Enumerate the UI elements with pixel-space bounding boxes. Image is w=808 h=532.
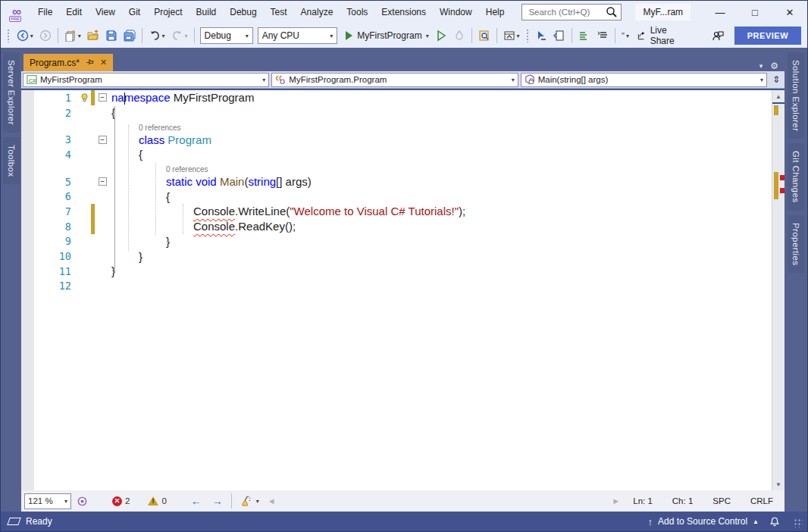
vertical-scrollbar[interactable]: ▲ ▼ — [772, 90, 785, 490]
solution-platform-combo[interactable]: Any CPU▾ — [258, 27, 338, 44]
solution-configuration-combo[interactable]: Debug▾ — [200, 27, 253, 44]
new-project-button[interactable]: ▾ — [61, 27, 84, 45]
menu-item-edit[interactable]: Edit — [59, 4, 89, 20]
view-code-button[interactable] — [550, 27, 568, 45]
menu-item-project[interactable]: Project — [147, 4, 189, 20]
line-number[interactable]: 5 — [34, 176, 78, 188]
code-line-1[interactable]: 1−namespace MyFirstProgram — [34, 90, 772, 105]
tool-window-tab-toolbox[interactable]: Toolbox — [3, 137, 20, 184]
project-dropdown[interactable]: C# MyFirstProgram▾ — [23, 73, 269, 87]
codelens-references-link[interactable]: 0 references — [166, 165, 208, 174]
line-number[interactable]: 9 — [34, 235, 78, 247]
breakpoint-margin[interactable] — [21, 90, 34, 490]
code-cleanup-button[interactable]: ▾ — [235, 496, 265, 507]
navigate-forward-icon[interactable]: → — [207, 495, 228, 507]
menu-item-view[interactable]: View — [89, 4, 122, 20]
collapse-region-button[interactable]: − — [96, 132, 108, 147]
undo-button[interactable]: ▾ — [146, 27, 168, 45]
line-indicator[interactable]: Ln: 1 — [623, 496, 662, 505]
add-to-source-control-button[interactable]: ↑ Add to Source Control ▲ — [648, 516, 759, 527]
menu-item-window[interactable]: Window — [433, 4, 479, 20]
code-line-6[interactable]: 6{ — [34, 189, 772, 204]
tool-window-tab-git-changes[interactable]: Git Changes — [788, 143, 804, 210]
scroll-right-icon[interactable]: ► — [612, 496, 620, 505]
line-number[interactable]: 1 — [34, 92, 78, 104]
minimize-button[interactable]: — — [703, 1, 738, 23]
horizontal-scrollbar[interactable]: ◄ ► — [265, 490, 623, 512]
column-indicator[interactable]: Ch: 1 — [662, 496, 703, 505]
hot-reload-button[interactable] — [450, 27, 468, 45]
code-line-10[interactable]: 10} — [34, 249, 772, 264]
code-line-3[interactable]: 3−class Program — [34, 132, 772, 147]
line-number[interactable]: 7 — [34, 205, 78, 217]
line-number[interactable]: 11 — [34, 265, 78, 277]
collapse-region-button[interactable]: − — [96, 174, 108, 189]
background-tasks-icon[interactable] — [7, 518, 21, 525]
toolbar-drag-grip[interactable] — [526, 29, 530, 42]
search-box[interactable] — [521, 4, 622, 20]
solution-explorer-sync-button[interactable]: ▾ — [500, 27, 523, 45]
line-number[interactable]: 10 — [34, 250, 78, 262]
line-number[interactable]: 4 — [34, 149, 78, 161]
tool-window-tab-properties[interactable]: Properties — [788, 215, 804, 273]
menu-item-test[interactable]: Test — [264, 4, 294, 20]
line-number[interactable]: 3 — [34, 133, 78, 146]
warning-count-button[interactable]: 0 — [142, 496, 171, 505]
split-window-button[interactable]: ⇕ — [769, 73, 783, 87]
save-button[interactable] — [102, 27, 121, 45]
menu-item-tools[interactable]: Tools — [340, 4, 374, 20]
code-line-11[interactable]: 11} — [34, 264, 772, 279]
pin-icon[interactable] — [86, 58, 94, 67]
tab-program-cs[interactable]: Program.cs* ✕ — [23, 54, 113, 71]
navigate-back-button[interactable]: ▾ — [14, 27, 36, 45]
code-line-9[interactable]: 9} — [34, 234, 772, 249]
save-all-button[interactable] — [121, 27, 139, 45]
tool-window-tab-solution-explorer[interactable]: Solution Explorer — [788, 52, 804, 139]
maximize-button[interactable]: □ — [738, 1, 772, 23]
zoom-level-combo[interactable]: 121 %▾ — [24, 493, 71, 509]
solution-name-chip[interactable]: MyF...ram — [635, 4, 691, 20]
start-without-debugging-button[interactable] — [432, 27, 450, 45]
comment-lines-button[interactable] — [575, 27, 593, 45]
notifications-bell-icon[interactable] — [769, 516, 780, 527]
scroll-down-icon[interactable]: ▼ — [772, 478, 785, 490]
live-share-button[interactable]: Live Share — [632, 25, 689, 46]
line-number[interactable]: 6 — [34, 190, 78, 202]
error-count-button[interactable]: ✕ 2 — [107, 496, 135, 506]
menu-item-help[interactable]: Help — [479, 4, 512, 20]
code-line-7[interactable]: 7Console.WriteLine("Welcome to Visual C#… — [34, 204, 772, 219]
line-number[interactable]: 8 — [34, 221, 78, 233]
find-in-files-button[interactable] — [475, 27, 493, 45]
close-button[interactable]: ✕ — [772, 1, 807, 23]
code-line-5[interactable]: 5−static void Main(string[] args) — [34, 174, 772, 189]
toolbar-drag-grip[interactable] — [7, 29, 11, 42]
menu-item-file[interactable]: File — [31, 4, 59, 20]
type-dropdown[interactable]: MyFirstProgram.Program▾ — [271, 73, 518, 87]
navigate-to-cursor-button[interactable] — [532, 27, 550, 45]
navigate-forward-button[interactable] — [36, 27, 55, 45]
code-line-2[interactable]: 2{ — [34, 105, 772, 120]
feedback-button[interactable] — [709, 27, 727, 45]
collapse-region-button[interactable]: − — [96, 90, 108, 105]
menu-item-debug[interactable]: Debug — [223, 4, 263, 20]
tab-list-chevron-icon[interactable]: ▾ — [759, 62, 763, 70]
tab-options-gear-icon[interactable]: ⚙ — [770, 61, 778, 71]
codelens-references-link[interactable]: 0 references — [139, 124, 181, 132]
scroll-left-icon[interactable]: ◄ — [268, 496, 276, 505]
code-line-4[interactable]: 4{ — [34, 147, 772, 162]
line-number[interactable]: 12 — [34, 280, 78, 292]
line-ending-indicator[interactable]: CRLF — [741, 496, 783, 505]
menu-item-build[interactable]: Build — [189, 4, 224, 20]
preview-feature-button[interactable]: PREVIEW — [734, 27, 801, 45]
search-input[interactable] — [527, 7, 606, 17]
uncomment-lines-button[interactable] — [593, 27, 612, 45]
close-tab-icon[interactable]: ✕ — [100, 58, 107, 67]
code-editor[interactable]: 1−namespace MyFirstProgram2{0 references… — [21, 89, 785, 490]
menu-item-extensions[interactable]: Extensions — [374, 4, 433, 20]
member-dropdown[interactable]: Main(string[] args)▾ — [521, 73, 767, 87]
menu-item-analyze[interactable]: Analyze — [294, 4, 340, 20]
window-resize-grip[interactable] — [794, 518, 803, 527]
tool-window-tab-server-explorer[interactable]: Server Explorer — [3, 52, 20, 133]
search-icon[interactable] — [606, 6, 618, 18]
lightbulb-icon[interactable] — [78, 92, 90, 103]
